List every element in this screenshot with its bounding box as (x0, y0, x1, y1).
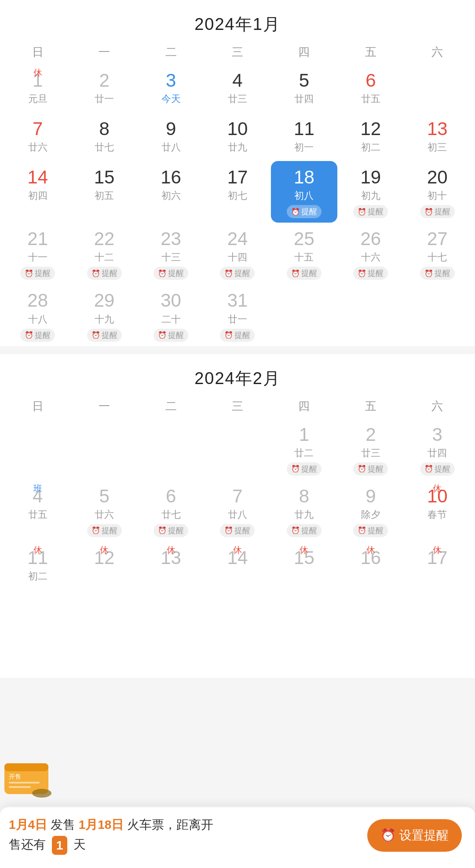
feb-day-9[interactable]: 9 除夕 ⏰ 提醒 (337, 480, 404, 542)
reminder-text: 提醒 (168, 525, 184, 536)
jan-day-8[interactable]: 8 廿七 (71, 113, 137, 161)
reminder-text: 提醒 (234, 525, 250, 536)
reminder-text: 提醒 (35, 268, 51, 278)
jan-day-15[interactable]: 15 初五 (71, 161, 137, 223)
jan-day-3[interactable]: 3 今天 (138, 64, 204, 113)
reminder-badge-28[interactable]: ⏰ 提醒 (20, 329, 55, 342)
jan-day-24[interactable]: 24 十四 ⏰ 提醒 (204, 223, 270, 284)
feb-day-7[interactable]: 7 廿八 ⏰ 提醒 (204, 480, 270, 542)
feb-day-14[interactable]: 休 14 (204, 542, 270, 581)
reminder-badge-26[interactable]: ⏰ 提醒 (353, 267, 388, 280)
jan-day-2[interactable]: 2 廿一 (71, 64, 137, 113)
reminder-badge-feb6[interactable]: ⏰ 提醒 (153, 524, 188, 537)
feb-day-12[interactable]: 休 12 (71, 542, 137, 581)
reminder-badge-24[interactable]: ⏰ 提醒 (220, 267, 255, 280)
jan-day-28[interactable]: 28 十八 ⏰ 提醒 (4, 284, 71, 346)
reminder-badge-23[interactable]: ⏰ 提醒 (153, 267, 188, 280)
reminder-badge-feb8[interactable]: ⏰ 提醒 (287, 524, 322, 537)
day-label-rest: 休 (433, 483, 442, 494)
reminder-badge-21[interactable]: ⏰ 提醒 (20, 267, 55, 280)
feb-day-3[interactable]: 3 廿四 ⏰ 提醒 (404, 418, 471, 480)
jan-day-22[interactable]: 22 十二 ⏰ 提醒 (71, 223, 137, 284)
ticket-decoration: 开售 (0, 754, 57, 807)
wday-sun: 日 (4, 40, 71, 64)
feb-month: 2024年2月 日 一 二 三 四 五 六 1 廿二 ⏰ 提醒 (0, 354, 475, 669)
jan-day-4[interactable]: 4 廿三 (204, 64, 270, 113)
lunar: 初五 (95, 189, 114, 202)
feb-day-2[interactable]: 2 廿三 ⏰ 提醒 (337, 418, 404, 480)
lunar: 廿三 (361, 447, 380, 460)
lunar: 初七 (228, 189, 247, 202)
clock-icon: ⏰ (291, 269, 300, 278)
jan-day-7[interactable]: 7 廿六 (4, 113, 71, 161)
feb-day-5[interactable]: 5 廿六 ⏰ 提醒 (71, 480, 137, 542)
reminder-badge-19[interactable]: ⏰ 提醒 (353, 205, 388, 218)
reminder-badge-20[interactable]: ⏰ 提醒 (420, 205, 455, 218)
reminder-badge-18[interactable]: ⏰ 提醒 (287, 205, 322, 218)
jan-day-17[interactable]: 17 初七 (204, 161, 270, 223)
feb-day-11[interactable]: 休 11 初二 (4, 542, 71, 581)
day-num: 28 (27, 290, 48, 311)
feb-empty-2 (71, 418, 137, 480)
feb-day-6[interactable]: 6 廿七 ⏰ 提醒 (138, 480, 204, 542)
reminder-text: 提醒 (301, 525, 317, 536)
reminder-badge-22[interactable]: ⏰ 提醒 (87, 267, 122, 280)
feb-day-10[interactable]: 休 10 春节 (404, 480, 471, 542)
day-num: 16 (161, 167, 181, 187)
jan-day-6[interactable]: 6 廿五 (337, 64, 404, 113)
day-num: 10 (227, 119, 248, 139)
reminder-badge-feb9[interactable]: ⏰ 提醒 (353, 524, 388, 537)
feb-day-15[interactable]: 休 15 (271, 542, 337, 581)
reminder-badge-feb1[interactable]: ⏰ 提醒 (287, 462, 322, 476)
jan-day-16[interactable]: 16 初六 (138, 161, 204, 223)
feb-day-8[interactable]: 8 廿九 ⏰ 提醒 (271, 480, 337, 542)
jan-day-10[interactable]: 10 廿九 (204, 113, 270, 161)
reminder-badge-feb5[interactable]: ⏰ 提醒 (87, 524, 122, 537)
jan-day-31[interactable]: 31 廿一 ⏰ 提醒 (204, 284, 270, 346)
lunar: 除夕 (361, 508, 380, 521)
reminder-badge-feb7[interactable]: ⏰ 提醒 (220, 524, 255, 537)
jan-day-1[interactable]: 休 1 元旦 (4, 64, 71, 113)
reminder-badge-feb3[interactable]: ⏰ 提醒 (420, 462, 455, 476)
feb-day-4[interactable]: 班 4 廿五 (4, 480, 71, 542)
lunar: 十一 (28, 251, 48, 264)
feb-day-16[interactable]: 休 16 (337, 542, 404, 581)
reminder-badge-feb2[interactable]: ⏰ 提醒 (353, 462, 388, 476)
jan-day-13[interactable]: 13 初三 (404, 113, 471, 161)
jan-day-20[interactable]: 20 初十 ⏰ 提醒 (404, 161, 471, 223)
jan-day-25[interactable]: 25 十五 ⏰ 提醒 (271, 223, 337, 284)
reminder-badge-27[interactable]: ⏰ 提醒 (420, 267, 455, 280)
banner-line1: 1月4日 发售 1月18日 火车票，距离开 (9, 816, 213, 833)
calendar: 2024年1月 日 一 二 三 四 五 六 休 1 元旦 2 廿一 3 今天 (0, 0, 475, 678)
jan-day-29[interactable]: 29 十九 ⏰ 提醒 (71, 284, 137, 346)
jan-day-23[interactable]: 23 十三 ⏰ 提醒 (138, 223, 204, 284)
clock-icon: ⏰ (358, 465, 366, 473)
jan-day-12[interactable]: 12 初二 (337, 113, 404, 161)
jan-day-5[interactable]: 5 廿四 (271, 64, 337, 113)
jan-day-30[interactable]: 30 二十 ⏰ 提醒 (138, 284, 204, 346)
banner-line2: 售还有 1 天 (9, 836, 213, 855)
reminder-badge-25[interactable]: ⏰ 提醒 (287, 267, 322, 280)
jan-day-19[interactable]: 19 初九 ⏰ 提醒 (337, 161, 404, 223)
feb-day-17[interactable]: 休 17 (404, 542, 471, 581)
jan-day-26[interactable]: 26 十六 ⏰ 提醒 (337, 223, 404, 284)
feb-empty-4 (204, 418, 270, 480)
jan-title: 2024年1月 (0, 0, 475, 40)
reminder-badge-30[interactable]: ⏰ 提醒 (153, 329, 188, 342)
reminder-badge-29[interactable]: ⏰ 提醒 (87, 329, 122, 342)
jan-day-18[interactable]: 18 初八 ⏰ 提醒 (271, 161, 337, 223)
jan-day-9[interactable]: 9 廿八 (138, 113, 204, 161)
set-reminder-button[interactable]: ⏰ 设置提醒 (367, 819, 462, 852)
jan-day-11[interactable]: 11 初一 (271, 113, 337, 161)
jan-day-21[interactable]: 21 十一 ⏰ 提醒 (4, 223, 71, 284)
wday-mon: 一 (71, 40, 137, 64)
reminder-badge-31[interactable]: ⏰ 提醒 (220, 329, 255, 342)
day-label-rest: 休 (366, 544, 375, 556)
feb-day-13[interactable]: 休 13 (138, 542, 204, 581)
lunar: 初十 (428, 189, 447, 202)
jan-day-27[interactable]: 27 十七 ⏰ 提醒 (404, 223, 471, 284)
jan-day-14[interactable]: 14 初四 (4, 161, 71, 223)
feb-day-1[interactable]: 1 廿二 ⏰ 提醒 (271, 418, 337, 480)
clock-icon: ⏰ (224, 526, 233, 535)
day-num: 1 (299, 425, 309, 445)
